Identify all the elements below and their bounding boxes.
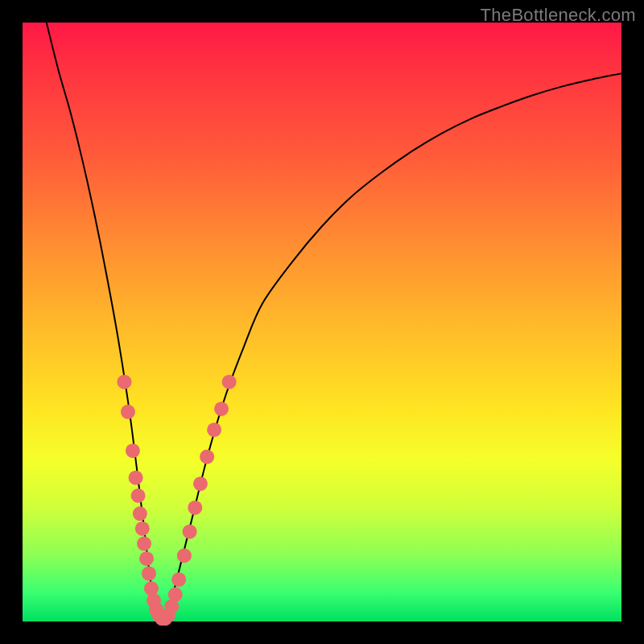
data-marker xyxy=(177,548,192,563)
data-marker xyxy=(133,506,147,521)
data-marker xyxy=(142,566,156,580)
data-marker xyxy=(137,536,151,551)
data-marker xyxy=(207,423,221,437)
bottleneck-curve-svg xyxy=(23,23,621,621)
data-marker xyxy=(126,444,140,458)
data-marker xyxy=(188,501,202,515)
marker-group xyxy=(117,374,236,625)
data-marker xyxy=(117,374,131,389)
data-marker xyxy=(183,524,197,539)
data-marker xyxy=(171,572,186,587)
data-marker xyxy=(214,402,229,416)
data-marker xyxy=(131,489,146,503)
data-marker xyxy=(222,374,237,389)
data-marker xyxy=(193,477,208,491)
data-marker xyxy=(135,522,150,536)
watermark-text: TheBottleneck.com xyxy=(481,5,636,26)
data-marker xyxy=(144,581,159,596)
data-marker xyxy=(121,405,135,419)
data-marker xyxy=(168,588,183,602)
data-marker xyxy=(139,551,154,566)
chart-frame: TheBottleneck.com xyxy=(0,0,644,644)
plot-area xyxy=(23,23,621,621)
data-marker xyxy=(200,449,214,464)
data-marker xyxy=(129,470,143,485)
bottleneck-curve-path xyxy=(47,23,621,625)
